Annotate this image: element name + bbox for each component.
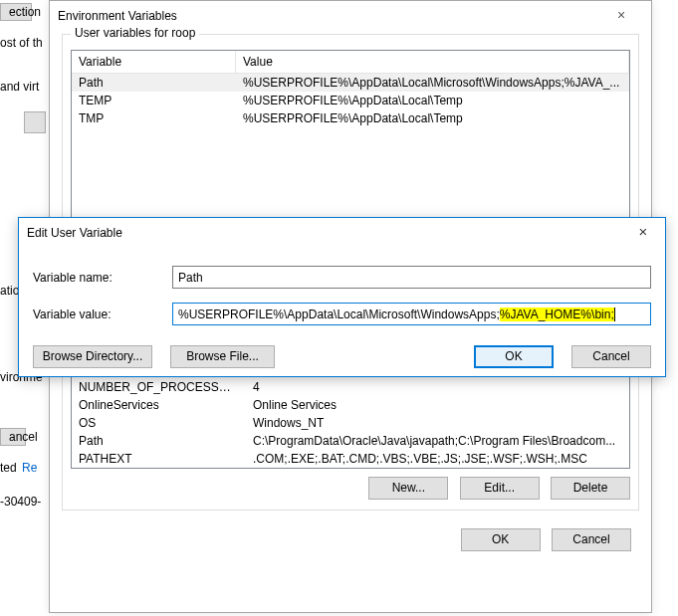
cell-val: Windows_NT xyxy=(246,414,629,432)
system-variables-group: JAVA_HOME C:\Program Files\Java\jdk1.8.0… xyxy=(62,356,639,511)
cell-val: %USERPROFILE%\AppData\Local\Microsoft\Wi… xyxy=(236,74,629,92)
variable-value-input[interactable]: %USERPROFILE%\AppData\Local\Microsoft\Wi… xyxy=(172,303,651,325)
cancel-button[interactable]: Cancel xyxy=(571,345,651,368)
cell-var: Path xyxy=(72,432,246,450)
variable-name-row: Variable name: xyxy=(33,266,651,289)
edit-title: Edit User Variable xyxy=(27,226,621,240)
bg-ancel-button[interactable]: ancel xyxy=(0,428,26,446)
cell-val: .COM;.EXE;.BAT;.CMD;.VBS;.VBE;.JS;.JSE;.… xyxy=(246,450,629,468)
cell-val: %USERPROFILE%\AppData\Local\Temp xyxy=(236,109,629,127)
cell-var: OnlineServices xyxy=(72,396,246,414)
user-variables-table[interactable]: Variable Value Path %USERPROFILE%\AppDat… xyxy=(71,50,630,225)
cell-var: Path xyxy=(72,74,236,92)
new-button[interactable]: New... xyxy=(368,477,448,500)
text-caret xyxy=(614,308,615,321)
env-bottom-buttons: OK Cancel xyxy=(50,528,631,551)
bg-ost-label: ost of th xyxy=(0,36,43,50)
variable-value-row: Variable value: %USERPROFILE%\AppData\Lo… xyxy=(33,303,651,325)
variable-name-label: Variable name: xyxy=(33,271,172,285)
close-icon[interactable]: × xyxy=(599,2,643,30)
bg-ted-label: ted xyxy=(0,461,17,475)
cell-val: Online Services xyxy=(246,396,629,414)
cell-var: PATHEXT xyxy=(72,450,246,468)
bg-ection-button[interactable]: ection xyxy=(0,3,32,21)
bg-andvirt-label: and virt xyxy=(0,80,39,94)
table-row[interactable]: PATHEXT .COM;.EXE;.BAT;.CMD;.VBS;.VBE;.J… xyxy=(72,450,629,468)
bg-num-label: -30409- xyxy=(0,495,41,509)
cell-val: 4 xyxy=(246,378,629,396)
edit-button[interactable]: Edit... xyxy=(460,477,540,500)
edit-button-row: Browse Directory... Browse File... OK Ca… xyxy=(19,345,665,378)
table-header: Variable Value xyxy=(72,51,629,74)
table-row[interactable]: Path C:\ProgramData\Oracle\Java\javapath… xyxy=(72,432,629,450)
table-row[interactable]: Path %USERPROFILE%\AppData\Local\Microso… xyxy=(72,74,629,92)
cell-val: %USERPROFILE%\AppData\Local\Temp xyxy=(236,92,629,109)
variable-value-label: Variable value: xyxy=(33,308,172,321)
env-title: Environment Variables xyxy=(58,9,599,23)
value-text-plain: %USERPROFILE%\AppData\Local\Microsoft\Wi… xyxy=(178,308,500,321)
cell-val: C:\ProgramData\Oracle\Java\javapath;C:\P… xyxy=(246,432,629,450)
cell-var: NUMBER_OF_PROCESSORS xyxy=(72,378,246,396)
col-variable[interactable]: Variable xyxy=(72,51,236,73)
cell-var: TMP xyxy=(72,109,236,127)
user-group-legend: User variables for roop xyxy=(71,26,199,40)
edit-titlebar[interactable]: Edit User Variable × xyxy=(19,218,665,248)
table-row[interactable]: OnlineServices Online Services xyxy=(72,396,629,414)
user-variables-group: User variables for roop Variable Value P… xyxy=(62,34,639,245)
bg-small-button[interactable] xyxy=(24,111,46,133)
table-row[interactable]: TEMP %USERPROFILE%\AppData\Local\Temp xyxy=(72,92,629,109)
cell-var: TEMP xyxy=(72,92,236,109)
browse-directory-button[interactable]: Browse Directory... xyxy=(33,345,152,368)
value-text-highlight: %JAVA_HOME%\bin; xyxy=(500,308,614,321)
delete-button[interactable]: Delete xyxy=(551,477,630,500)
edit-user-variable-dialog: Edit User Variable × Variable name: Vari… xyxy=(18,217,666,377)
cancel-button[interactable]: Cancel xyxy=(552,528,631,551)
table-row[interactable]: OS Windows_NT xyxy=(72,414,629,432)
close-icon[interactable]: × xyxy=(621,219,665,247)
bg-re-link[interactable]: Re xyxy=(22,461,37,475)
col-value[interactable]: Value xyxy=(236,51,629,73)
table-row[interactable]: TMP %USERPROFILE%\AppData\Local\Temp xyxy=(72,109,629,127)
cell-var: OS xyxy=(72,414,246,432)
browse-file-button[interactable]: Browse File... xyxy=(170,345,275,368)
table-row[interactable]: NUMBER_OF_PROCESSORS 4 xyxy=(72,378,629,396)
ok-button[interactable]: OK xyxy=(474,345,554,368)
sys-button-row: New... Edit... Delete xyxy=(71,477,630,500)
ok-button[interactable]: OK xyxy=(461,528,541,551)
variable-name-input[interactable] xyxy=(172,266,651,289)
